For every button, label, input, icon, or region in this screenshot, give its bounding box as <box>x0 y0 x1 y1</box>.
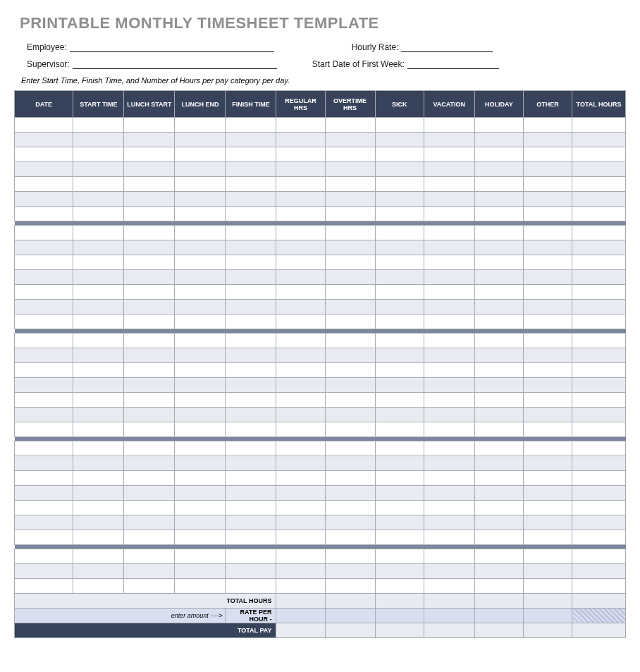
table-cell[interactable] <box>276 408 325 422</box>
table-cell[interactable] <box>474 579 523 594</box>
table-cell[interactable] <box>124 270 175 285</box>
table-cell[interactable] <box>175 207 226 221</box>
table-cell[interactable] <box>15 564 73 579</box>
table-cell[interactable] <box>73 226 124 240</box>
table-cell[interactable] <box>572 378 626 393</box>
table-cell[interactable] <box>474 240 523 255</box>
table-cell[interactable] <box>375 207 424 221</box>
table-cell[interactable] <box>375 118 424 133</box>
table-cell[interactable] <box>474 270 523 285</box>
table-cell[interactable] <box>73 285 124 300</box>
table-cell[interactable] <box>474 348 523 363</box>
table-cell[interactable] <box>15 363 73 378</box>
table-cell[interactable] <box>375 363 424 378</box>
table-cell[interactable] <box>15 285 73 300</box>
table-cell[interactable] <box>226 177 276 192</box>
rate-value[interactable] <box>474 609 523 623</box>
table-cell[interactable] <box>424 162 474 177</box>
table-cell[interactable] <box>375 162 424 177</box>
table-cell[interactable] <box>15 162 73 177</box>
table-cell[interactable] <box>474 456 523 471</box>
table-cell[interactable] <box>15 240 73 255</box>
table-cell[interactable] <box>175 162 226 177</box>
table-cell[interactable] <box>325 270 375 285</box>
table-cell[interactable] <box>73 564 124 579</box>
table-cell[interactable] <box>572 314 626 329</box>
start-date-line[interactable] <box>407 59 499 69</box>
table-cell[interactable] <box>276 422 325 437</box>
table-cell[interactable] <box>124 314 175 329</box>
table-cell[interactable] <box>276 240 325 255</box>
table-cell[interactable] <box>15 530 73 545</box>
table-cell[interactable] <box>572 501 626 515</box>
table-cell[interactable] <box>124 408 175 422</box>
table-cell[interactable] <box>15 118 73 133</box>
table-cell[interactable] <box>325 255 375 270</box>
table-cell[interactable] <box>474 192 523 207</box>
table-cell[interactable] <box>424 408 474 422</box>
table-cell[interactable] <box>15 255 73 270</box>
table-cell[interactable] <box>375 456 424 471</box>
table-cell[interactable] <box>175 240 226 255</box>
table-cell[interactable] <box>276 118 325 133</box>
table-cell[interactable] <box>226 192 276 207</box>
table-cell[interactable] <box>15 348 73 363</box>
table-cell[interactable] <box>523 530 572 545</box>
table-cell[interactable] <box>175 471 226 486</box>
table-cell[interactable] <box>15 334 73 348</box>
table-cell[interactable] <box>424 255 474 270</box>
table-cell[interactable] <box>523 240 572 255</box>
table-cell[interactable] <box>424 207 474 221</box>
table-cell[interactable] <box>276 162 325 177</box>
table-cell[interactable] <box>325 240 375 255</box>
table-cell[interactable] <box>73 255 124 270</box>
table-cell[interactable] <box>572 564 626 579</box>
table-cell[interactable] <box>276 441 325 456</box>
table-cell[interactable] <box>375 564 424 579</box>
table-cell[interactable] <box>124 226 175 240</box>
table-cell[interactable] <box>124 501 175 515</box>
table-cell[interactable] <box>276 564 325 579</box>
table-cell[interactable] <box>474 471 523 486</box>
table-cell[interactable] <box>325 162 375 177</box>
table-cell[interactable] <box>276 226 325 240</box>
table-cell[interactable] <box>424 393 474 408</box>
table-cell[interactable] <box>124 530 175 545</box>
table-cell[interactable] <box>523 192 572 207</box>
table-cell[interactable] <box>424 133 474 147</box>
table-cell[interactable] <box>572 456 626 471</box>
table-cell[interactable] <box>523 300 572 314</box>
table-cell[interactable] <box>73 579 124 594</box>
table-cell[interactable] <box>424 456 474 471</box>
table-cell[interactable] <box>375 515 424 530</box>
table-cell[interactable] <box>226 378 276 393</box>
table-cell[interactable] <box>175 270 226 285</box>
table-cell[interactable] <box>474 226 523 240</box>
table-cell[interactable] <box>226 207 276 221</box>
rate-value[interactable] <box>424 609 474 623</box>
table-cell[interactable] <box>523 270 572 285</box>
table-cell[interactable] <box>276 334 325 348</box>
table-cell[interactable] <box>325 147 375 162</box>
table-cell[interactable] <box>15 226 73 240</box>
table-cell[interactable] <box>175 192 226 207</box>
table-cell[interactable] <box>474 564 523 579</box>
table-cell[interactable] <box>375 579 424 594</box>
table-cell[interactable] <box>124 177 175 192</box>
table-cell[interactable] <box>276 285 325 300</box>
table-cell[interactable] <box>325 177 375 192</box>
table-cell[interactable] <box>15 471 73 486</box>
table-cell[interactable] <box>375 348 424 363</box>
table-cell[interactable] <box>276 255 325 270</box>
table-cell[interactable] <box>325 207 375 221</box>
table-cell[interactable] <box>73 192 124 207</box>
table-cell[interactable] <box>325 378 375 393</box>
table-cell[interactable] <box>424 515 474 530</box>
table-cell[interactable] <box>124 456 175 471</box>
table-cell[interactable] <box>523 549 572 564</box>
table-cell[interactable] <box>124 255 175 270</box>
table-cell[interactable] <box>325 408 375 422</box>
table-cell[interactable] <box>276 530 325 545</box>
table-cell[interactable] <box>572 133 626 147</box>
table-cell[interactable] <box>276 133 325 147</box>
